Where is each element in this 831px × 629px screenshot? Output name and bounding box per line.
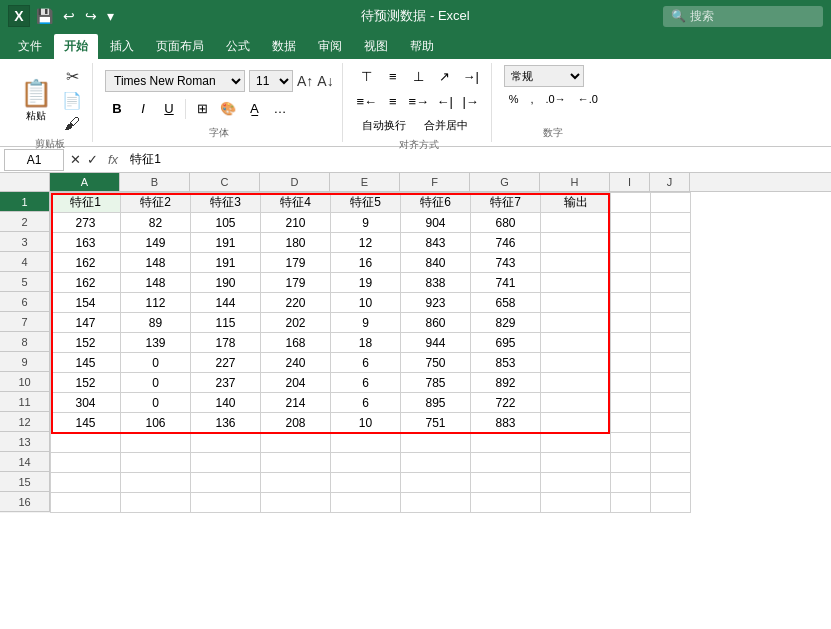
cell-E1[interactable]: 特征5 [331,193,401,213]
tab-home[interactable]: 开始 [54,34,98,59]
cell-J3[interactable] [651,233,691,253]
cell-E4[interactable]: 16 [331,253,401,273]
cell-G1[interactable]: 特征7 [471,193,541,213]
tab-file[interactable]: 文件 [8,34,52,59]
cell-E10[interactable]: 6 [331,373,401,393]
font-grow-button[interactable]: A↑ [297,73,313,89]
tab-help[interactable]: 帮助 [400,34,444,59]
cell-A14[interactable] [51,453,121,473]
row-header-10[interactable]: 10 [0,372,50,392]
indent-btn[interactable]: |→ [459,90,483,112]
italic-button[interactable]: I [131,98,155,120]
cell-A7[interactable]: 147 [51,313,121,333]
col-header-B[interactable]: B [120,173,190,191]
percent-button[interactable]: % [504,90,524,108]
font-color-button[interactable]: A̲ [242,98,266,120]
decrease-decimal-button[interactable]: ←.0 [573,90,603,108]
cell-B4[interactable]: 148 [121,253,191,273]
cell-C3[interactable]: 191 [191,233,261,253]
cell-B3[interactable]: 149 [121,233,191,253]
cell-F5[interactable]: 838 [401,273,471,293]
cell-D4[interactable]: 179 [261,253,331,273]
align-right-button[interactable]: ≡→ [407,90,431,112]
row-header-14[interactable]: 14 [0,452,50,472]
cell-B1[interactable]: 特征2 [121,193,191,213]
tab-view[interactable]: 视图 [354,34,398,59]
cell-H12[interactable] [541,413,611,433]
confirm-formula-button[interactable]: ✓ [85,152,100,167]
fill-color-button[interactable]: 🎨 [216,98,240,120]
cell-F11[interactable]: 895 [401,393,471,413]
cell-G7[interactable]: 829 [471,313,541,333]
cell-I9[interactable] [611,353,651,373]
cell-A10[interactable]: 152 [51,373,121,393]
cell-G6[interactable]: 658 [471,293,541,313]
cell-C7[interactable]: 115 [191,313,261,333]
font-name-select[interactable]: Times New Roman [105,70,245,92]
tab-page-layout[interactable]: 页面布局 [146,34,214,59]
col-header-C[interactable]: C [190,173,260,191]
cell-C5[interactable]: 190 [191,273,261,293]
cell-B6[interactable]: 112 [121,293,191,313]
cell-reference[interactable]: A1 [4,149,64,171]
align-middle-button[interactable]: ≡ [381,65,405,87]
font-size-select[interactable]: 11 [249,70,293,92]
row-header-5[interactable]: 5 [0,272,50,292]
cell-J2[interactable] [651,213,691,233]
cell-I10[interactable] [611,373,651,393]
row-header-11[interactable]: 11 [0,392,50,412]
cell-C6[interactable]: 144 [191,293,261,313]
cell-C1[interactable]: 特征3 [191,193,261,213]
cell-C10[interactable]: 237 [191,373,261,393]
tab-review[interactable]: 审阅 [308,34,352,59]
cell-G5[interactable]: 741 [471,273,541,293]
cell-H2[interactable] [541,213,611,233]
number-format-select[interactable]: 常规 [504,65,584,87]
cell-B5[interactable]: 148 [121,273,191,293]
cell-H9[interactable] [541,353,611,373]
cell-C9[interactable]: 227 [191,353,261,373]
cell-I3[interactable] [611,233,651,253]
cell-E2[interactable]: 9 [331,213,401,233]
col-header-A[interactable]: A [50,173,120,191]
row-header-15[interactable]: 15 [0,472,50,492]
wrap-text-button[interactable]: 自动换行 [355,115,413,136]
cell-F9[interactable]: 750 [401,353,471,373]
cell-H4[interactable] [541,253,611,273]
cell-H3[interactable] [541,233,611,253]
col-header-F[interactable]: F [400,173,470,191]
merge-button[interactable]: 合并居中 [417,115,475,136]
cancel-formula-button[interactable]: ✕ [68,152,83,167]
cell-H11[interactable] [541,393,611,413]
cell-F8[interactable]: 944 [401,333,471,353]
tab-data[interactable]: 数据 [262,34,306,59]
cell-E11[interactable]: 6 [331,393,401,413]
col-header-I[interactable]: I [610,173,650,191]
cell-B11[interactable]: 0 [121,393,191,413]
row-header-8[interactable]: 8 [0,332,50,352]
cell-J5[interactable] [651,273,691,293]
cell-D9[interactable]: 240 [261,353,331,373]
row-header-3[interactable]: 3 [0,232,50,252]
cell-J1[interactable] [651,193,691,213]
cell-I12[interactable] [611,413,651,433]
row-header-1[interactable]: 1 [0,192,50,212]
cell-C2[interactable]: 105 [191,213,261,233]
cell-D11[interactable]: 214 [261,393,331,413]
more-button[interactable]: … [268,98,292,120]
cell-D10[interactable]: 204 [261,373,331,393]
cell-J4[interactable] [651,253,691,273]
cell-D7[interactable]: 202 [261,313,331,333]
row-header-16[interactable]: 16 [0,492,50,512]
cell-I8[interactable] [611,333,651,353]
cell-A3[interactable]: 163 [51,233,121,253]
cell-C11[interactable]: 140 [191,393,261,413]
cell-I1[interactable] [611,193,651,213]
cell-D5[interactable]: 179 [261,273,331,293]
indent-increase-button[interactable]: →| [459,65,483,87]
cell-D8[interactable]: 168 [261,333,331,353]
cell-J8[interactable] [651,333,691,353]
cell-A2[interactable]: 273 [51,213,121,233]
cell-B9[interactable]: 0 [121,353,191,373]
cell-G2[interactable]: 680 [471,213,541,233]
